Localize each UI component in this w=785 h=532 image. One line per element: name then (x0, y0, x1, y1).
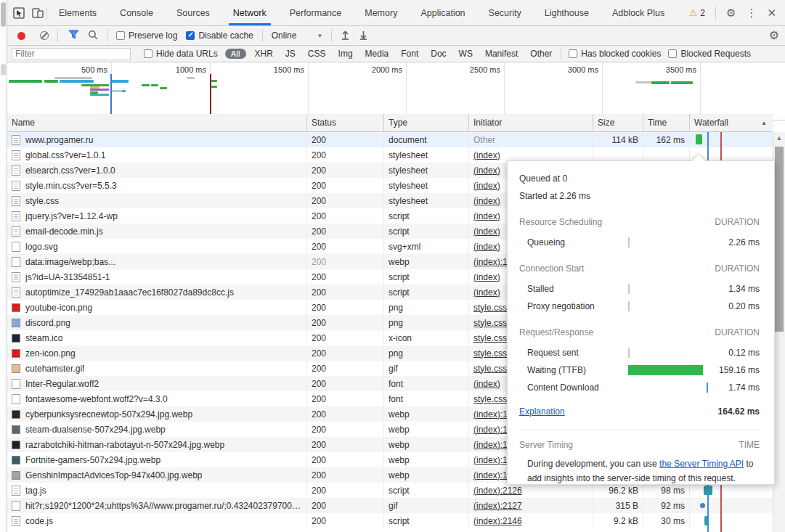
file-icon (12, 242, 20, 252)
filter-type-doc[interactable]: Doc (429, 49, 447, 59)
initiator-link[interactable]: style.css (473, 318, 507, 328)
file-icon (12, 196, 20, 206)
timing-row: Content Download1.74 ms (519, 379, 760, 396)
filter-type-ws[interactable]: WS (457, 49, 474, 59)
initiator-link[interactable]: style.css (473, 364, 507, 374)
console-warnings-badge[interactable]: ⚠ 2 (689, 7, 705, 18)
throttling-value: Online (272, 30, 297, 41)
device-toolbar-icon[interactable] (32, 7, 44, 19)
file-icon (12, 394, 20, 404)
cell-name: zen-icon.png (7, 345, 307, 361)
hide-data-urls-checkbox[interactable]: Hide data URLs (144, 49, 218, 59)
timing-tooltip: Queued at 0 Started at 2.26 ms Resource … (507, 160, 775, 485)
tab-elements[interactable]: Elements (52, 0, 104, 25)
timing-section-title: Request/Response (519, 325, 593, 340)
export-har-icon[interactable] (359, 30, 368, 42)
initiator-link[interactable]: (index) (473, 226, 500, 237)
divider (519, 430, 760, 430)
filter-type-all[interactable]: All (225, 49, 246, 59)
column-header-type[interactable]: Type (384, 114, 469, 131)
page-scrollbar[interactable] (0, 0, 7, 532)
column-header-initiator[interactable]: Initiator (469, 114, 593, 131)
timeline-tick-label: 2500 ms (470, 65, 504, 74)
server-timing-api-link[interactable]: the Server Timing API (659, 459, 744, 469)
initiator-link[interactable]: (index) (473, 181, 500, 191)
initiator-link[interactable]: style.css (473, 348, 507, 359)
table-row[interactable]: code.js200script(index):21469.2 kB30 ms (7, 513, 773, 528)
tab-application[interactable]: Application (413, 0, 472, 25)
filter-funnel-icon[interactable] (68, 30, 79, 41)
initiator-link[interactable]: (index) (473, 165, 500, 176)
more-options-icon[interactable]: ⋮ (746, 7, 757, 18)
initiator-link[interactable]: (index) (473, 379, 500, 389)
tab-lighthouse[interactable]: Lighthouse (537, 0, 596, 25)
cell-type: script (384, 483, 469, 498)
file-icon (12, 181, 20, 191)
filter-type-manifest[interactable]: Manifest (484, 49, 519, 59)
cell-type: svg+xml (384, 239, 469, 254)
column-header-waterfall[interactable]: Waterfall▲ (690, 114, 773, 131)
settings-gear-icon[interactable]: ⚙ (726, 7, 736, 18)
checkbox-unchecked[interactable] (116, 31, 125, 40)
disable-cache-checkbox[interactable]: Disable cache (186, 30, 253, 41)
preserve-log-checkbox[interactable]: Preserve log (116, 30, 177, 41)
initiator-link[interactable]: (index):2146 (473, 516, 522, 526)
throttling-dropdown[interactable]: Online ▼ (272, 30, 323, 41)
initiator-link[interactable]: style.css (473, 303, 507, 313)
initiator-link[interactable]: (index) (473, 272, 500, 282)
checkbox-unchecked[interactable] (668, 49, 677, 58)
tab-sources[interactable]: Sources (169, 0, 217, 25)
search-icon[interactable] (88, 30, 98, 42)
clear-network-log-icon[interactable] (40, 31, 49, 40)
inspect-element-icon[interactable] (13, 7, 25, 19)
initiator-link[interactable]: (index) (473, 211, 500, 221)
import-har-icon[interactable] (341, 30, 350, 42)
timing-label: Request sent (519, 344, 628, 361)
filter-type-css[interactable]: CSS (306, 49, 328, 59)
scroll-up-arrow-icon[interactable]: ▲ (773, 134, 785, 142)
filter-input[interactable] (12, 48, 131, 60)
tab-performance[interactable]: Performance (282, 0, 349, 25)
table-row[interactable]: www.progamer.ru200documentOther114 kB162… (7, 132, 773, 147)
filter-type-media[interactable]: Media (364, 49, 391, 59)
table-row[interactable]: hit?r;s1920*1200*24;uhttps%3A//www.proga… (7, 498, 773, 513)
initiator-link[interactable]: style.css (473, 333, 507, 343)
has-blocked-cookies-checkbox[interactable]: Has blocked cookies (569, 49, 661, 59)
initiator-link[interactable]: (index):2127 (473, 501, 522, 511)
filter-type-other[interactable]: Other (529, 49, 553, 59)
page-scrollbar-thumb[interactable] (1, 2, 6, 27)
explanation-link[interactable]: Explanation (519, 404, 565, 420)
checkbox-unchecked[interactable] (144, 49, 152, 58)
overview-request-bar (151, 84, 158, 86)
initiator-link[interactable]: (index) (473, 150, 500, 160)
initiator-link[interactable]: style.css (473, 394, 507, 404)
table-scrollbar-thumb[interactable] (775, 147, 784, 332)
filter-type-strip: XHRJSCSSImgMediaFontDocWSManifestOther (253, 49, 554, 59)
column-header-time[interactable]: Time (643, 114, 690, 131)
tab-adblock-plus[interactable]: Adblock Plus (605, 0, 672, 25)
timing-row: Waiting (TTFB)159.16 ms (519, 361, 760, 379)
initiator-link[interactable]: (index) (473, 287, 500, 298)
request-name: fontawesome-webfont.woff2?v=4.3.0 (25, 394, 168, 404)
initiator-link[interactable]: (index):2126 (473, 486, 522, 496)
tab-console[interactable]: Console (113, 0, 160, 25)
checkbox-checked[interactable] (186, 31, 195, 40)
filter-type-font[interactable]: Font (399, 49, 420, 59)
close-devtools-icon[interactable]: ✕ (767, 7, 776, 18)
filter-type-js[interactable]: JS (284, 49, 297, 59)
column-header-status[interactable]: Status (307, 114, 384, 131)
tab-memory[interactable]: Memory (357, 0, 404, 25)
initiator-link[interactable]: (index) (473, 196, 500, 206)
filter-type-xhr[interactable]: XHR (253, 49, 274, 59)
checkbox-unchecked[interactable] (569, 49, 577, 58)
tab-security[interactable]: Security (481, 0, 529, 25)
network-settings-gear-icon[interactable]: ⚙ (769, 30, 779, 41)
blocked-requests-checkbox[interactable]: Blocked Requests (668, 49, 751, 59)
filter-type-img[interactable]: Img (337, 49, 354, 59)
column-header-name[interactable]: Name (7, 114, 307, 131)
record-network-log-icon[interactable] (17, 32, 25, 40)
column-header-size[interactable]: Size (593, 114, 643, 131)
network-overview-timeline[interactable]: 500 ms1000 ms1500 ms2000 ms2500 ms3000 m… (7, 62, 785, 120)
initiator-link[interactable]: (index) (473, 242, 500, 252)
tab-network[interactable]: Network (226, 0, 274, 25)
